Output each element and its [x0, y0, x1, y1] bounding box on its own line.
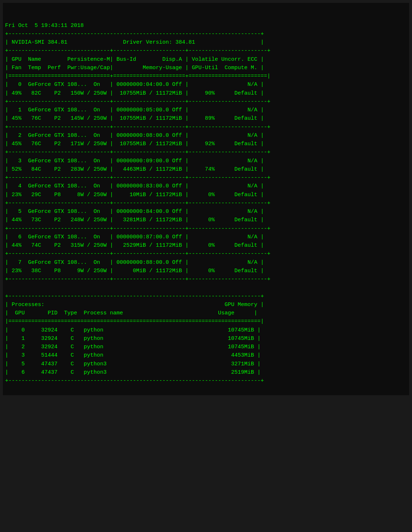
terminal-line: +-------------------------------+-------… — [5, 225, 407, 233]
terminal-line: +-------------------------------+-------… — [5, 123, 407, 131]
terminal-line: +-------------------------------+-------… — [5, 275, 407, 283]
terminal-line: | 1 32924 C python 10745MiB | — [5, 334, 407, 343]
terminal-line: | 23% 29C P8 8W / 250W | 10MiB / 11172Mi… — [5, 191, 407, 199]
terminal-line: | 6 GeForce GTX 108... On | 00000000:87:… — [5, 233, 407, 241]
terminal-line: | GPU Name Persistence-M| Bus-Id Disp.A … — [5, 55, 407, 64]
terminal-lines: Fri Oct 5 19:43:11 2018+----------------… — [5, 21, 407, 385]
terminal-line — [5, 283, 407, 292]
terminal-line: | 4 GeForce GTX 108... On | 00000000:83:… — [5, 182, 407, 190]
terminal-line: | 0 32924 C python 10745MiB | — [5, 326, 407, 334]
terminal-line: | 7 GeForce GTX 108... On | 00000000:88:… — [5, 258, 407, 267]
terminal-line: | 3 51444 C python 4453MiB | — [5, 351, 407, 360]
terminal-line: | 44% 73C P2 248W / 250W | 3281MiB / 111… — [5, 216, 407, 224]
terminal-line: +---------------------------------------… — [5, 292, 407, 301]
terminal-line: | NVIDIA-SMI 384.81 Driver Version: 384.… — [5, 38, 407, 47]
terminal-line: +-------------------------------+-------… — [5, 199, 407, 207]
terminal-line: | 45% 76C P2 171W / 250W | 10755MiB / 11… — [5, 140, 407, 148]
terminal-line: +-------------------------------+-------… — [5, 47, 407, 55]
terminal-line: | 23% 38C P8 9W / 250W | 0MiB / 11172MiB… — [5, 267, 407, 275]
terminal-line: | 3 GeForce GTX 108... On | 00000000:09:… — [5, 157, 407, 165]
terminal-line: | 2 32924 C python 10745MiB | — [5, 343, 407, 351]
terminal-line: Fri Oct 5 19:43:11 2018 — [5, 21, 407, 30]
terminal-line: | 44% 74C P2 315W / 250W | 2529MiB / 111… — [5, 241, 407, 250]
terminal-line: | 2 GeForce GTX 108... On | 00000000:08:… — [5, 131, 407, 140]
terminal-line: | 1 GeForce GTX 108... On | 00000000:05:… — [5, 106, 407, 114]
terminal-line: | 0 GeForce GTX 108... On | 00000000:04:… — [5, 80, 407, 89]
terminal-line: +-------------------------------+-------… — [5, 174, 407, 182]
terminal-line: | 5 47437 C python3 3271MiB | — [5, 360, 407, 368]
terminal-line: | 45% 76C P2 145W / 250W | 10755MiB / 11… — [5, 114, 407, 123]
terminal-line: +-------------------------------+-------… — [5, 250, 407, 258]
terminal-line: | 49% 82C P2 150W / 250W | 10755MiB / 11… — [5, 89, 407, 98]
terminal-line: +---------------------------------------… — [5, 30, 407, 38]
terminal-line: |=======================================… — [5, 317, 407, 326]
terminal-line: |===============================+=======… — [5, 72, 407, 80]
terminal-line: +-------------------------------+-------… — [5, 148, 407, 156]
terminal-line: | Fan Temp Perf Pwr:Usage/Cap| Memory-Us… — [5, 64, 407, 72]
terminal-line: +---------------------------------------… — [5, 377, 407, 385]
terminal-line: | 6 47437 C python3 2519MiB | — [5, 368, 407, 377]
terminal-line: | GPU PID Type Process name Usage | — [5, 309, 407, 317]
terminal-line: | 5 GeForce GTX 108... On | 00000000:84:… — [5, 207, 407, 216]
terminal-output: Fri Oct 5 19:43:11 2018+----------------… — [3, 3, 409, 395]
terminal-line: | Processes: GPU Memory | — [5, 301, 407, 309]
terminal-line: | 52% 84C P2 283W / 250W | 4463MiB / 111… — [5, 165, 407, 174]
terminal-line: +-------------------------------+-------… — [5, 98, 407, 106]
